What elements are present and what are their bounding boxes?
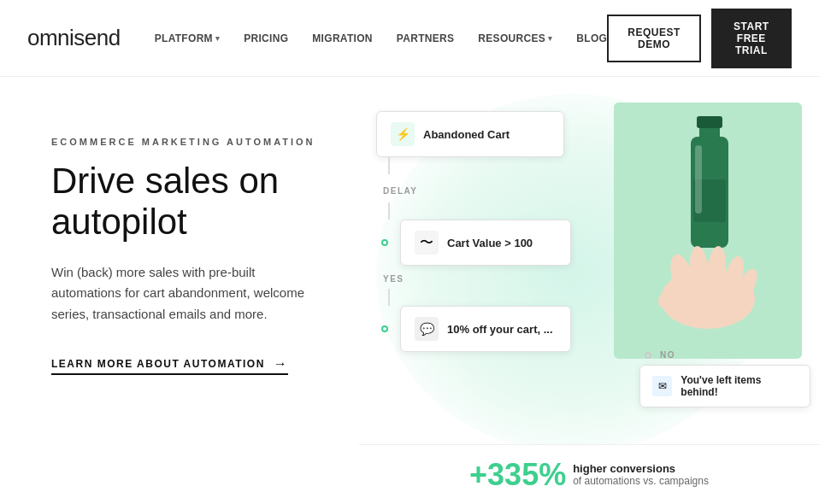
product-image (614, 103, 802, 359)
learn-more-link[interactable]: LEARN MORE ABOUT AUTOMATION → (51, 356, 288, 375)
condition-dot (381, 239, 388, 246)
chevron-down-icon: ▾ (215, 34, 220, 43)
stats-bar: +335% higher conversions of automations … (359, 444, 819, 504)
no-label: NO (639, 350, 810, 360)
trigger-node: ⚡ Abandoned Cart (376, 111, 564, 157)
condition-row: 〜 Cart Value > 100 (376, 220, 616, 266)
no-branch: NO ✉ You've left items behind! (639, 350, 810, 407)
connector (388, 157, 390, 174)
chat-icon: 💬 (415, 317, 439, 341)
nav-resources[interactable]: RESOURCES ▾ (478, 32, 552, 44)
hero-right: ⚡ Abandoned Cart DELAY 〜 Cart Value > 10… (359, 77, 819, 504)
condition-node: 〜 Cart Value > 100 (400, 220, 571, 266)
connector3 (388, 289, 390, 306)
start-free-trial-button[interactable]: START FREE TRIAL (711, 9, 792, 68)
connector2 (388, 202, 390, 220)
yes-label: YES (383, 274, 616, 284)
nav-partners[interactable]: PARTNERS (397, 32, 455, 44)
condition-icon: 〜 (415, 231, 439, 255)
eyebrow: ECOMMERCE MARKETING AUTOMATION (51, 137, 325, 147)
no-action-node: ✉ You've left items behind! (639, 365, 810, 407)
nav-platform[interactable]: PLATFORM ▾ (155, 32, 220, 44)
chevron-down-icon: ▾ (548, 34, 552, 43)
trigger-label: Abandoned Cart (423, 128, 510, 141)
envelope-icon: ✉ (652, 376, 672, 396)
svg-rect-3 (697, 116, 722, 128)
svg-rect-12 (695, 145, 702, 214)
nav-blog[interactable]: BLOG (576, 32, 607, 44)
nav-migration[interactable]: MIGRATION (312, 32, 372, 44)
lightning-icon: ⚡ (391, 122, 415, 146)
action-label: 10% off your cart, ... (447, 323, 553, 336)
delay-label: DELAY (383, 186, 616, 196)
action-node: 💬 10% off your cart, ... (400, 306, 571, 352)
stat-sub: of automations vs. campaigns (573, 475, 709, 487)
stat-text: higher conversions of automations vs. ca… (573, 462, 709, 487)
hero-left: ECOMMERCE MARKETING AUTOMATION Drive sal… (0, 77, 359, 504)
hero-section: ECOMMERCE MARKETING AUTOMATION Drive sal… (0, 77, 819, 504)
header: omnisend PLATFORM ▾ PRICING MIGRATION PA… (0, 0, 819, 77)
request-demo-button[interactable]: REQUEST DEMO (607, 15, 701, 62)
no-action-label: You've left items behind! (681, 374, 798, 398)
nav-pricing[interactable]: PRICING (244, 32, 288, 44)
automation-diagram: ⚡ Abandoned Cart DELAY 〜 Cart Value > 10… (376, 111, 616, 352)
header-buttons: REQUEST DEMO START FREE TRIAL (607, 9, 792, 68)
arrow-icon: → (274, 356, 289, 372)
hero-title: Drive sales on autopilot (51, 161, 325, 243)
stat-main: higher conversions (573, 462, 709, 475)
condition-label: Cart Value > 100 (447, 237, 533, 249)
action-dot (381, 325, 388, 332)
nav: PLATFORM ▾ PRICING MIGRATION PARTNERS RE… (155, 32, 608, 44)
action-row: 💬 10% off your cart, ... (376, 306, 616, 352)
hero-description: Win (back) more sales with pre-built aut… (51, 262, 325, 325)
product-svg (614, 103, 802, 359)
logo: omnisend (27, 25, 121, 51)
no-dot (645, 352, 651, 359)
stat-number: +335% (469, 457, 566, 493)
